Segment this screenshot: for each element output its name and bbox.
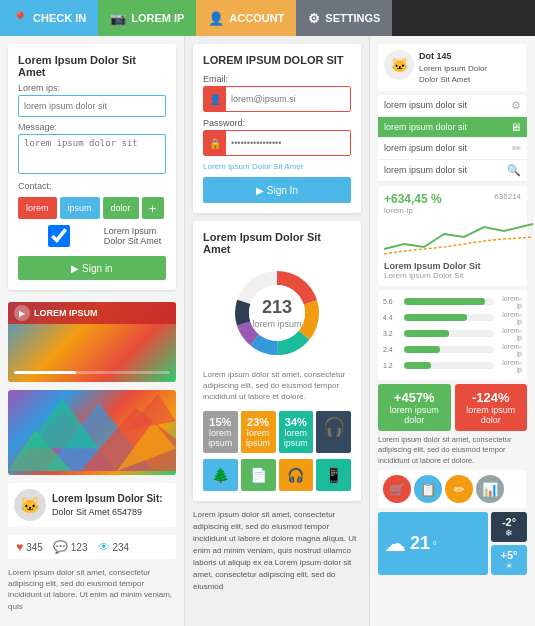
icon-btn-pencil[interactable]: ✏ xyxy=(445,475,473,503)
nav-checkin-label: CHECK IN xyxy=(33,12,86,24)
stats-val-0: +457% xyxy=(383,390,446,405)
list-item-0[interactable]: lorem ipsum dolor sit ⚙ xyxy=(378,95,527,117)
weather-cold: -2° ❄ xyxy=(491,512,527,542)
icon-box-tree[interactable]: 🌲 xyxy=(203,459,238,491)
loremip-icon: 📷 xyxy=(110,11,126,26)
login-card: LOREM IPSUM DOLOR SIT Email: 👤 Password:… xyxy=(193,44,361,213)
list-item-icon-1: 🖥 xyxy=(510,121,521,133)
donut-chart: 213 lorem ipsum xyxy=(227,263,327,363)
donut-label: lorem ipsum xyxy=(252,319,301,329)
play-button[interactable]: ▶ xyxy=(14,305,30,321)
account-icon: 👤 xyxy=(208,11,224,26)
btn-plus[interactable]: + xyxy=(142,197,164,219)
profile-name: Lorem Ipsum Dolor Sit: xyxy=(52,493,163,504)
icon-box-doc[interactable]: 📄 xyxy=(241,459,276,491)
nav-account[interactable]: 👤 ACCOUNT xyxy=(196,0,296,36)
email-label: Email: xyxy=(203,74,351,84)
settings-icon: ⚙ xyxy=(308,11,320,26)
checkbox-label: Lorem Ipsum Dolor Sit Amet xyxy=(104,226,166,246)
email-input[interactable] xyxy=(226,87,350,111)
stat-label-3: lorem ipsum xyxy=(284,428,308,448)
nav-settings[interactable]: ⚙ SETTINGS xyxy=(296,0,392,36)
message-input[interactable] xyxy=(18,134,166,174)
stat-label-1: lorem ipsum xyxy=(208,428,232,448)
comment-icon: 💬 xyxy=(53,540,68,554)
bar-row-0: 5.6 lorem-ip xyxy=(383,295,522,309)
profile-row: 🐱 Lorem Ipsum Dolor Sit: Dolor Sit Amet … xyxy=(8,483,176,527)
bar-val-2: lorem-ip xyxy=(497,327,522,341)
stat-box-orange: 23% lorem ipsum xyxy=(241,411,276,453)
list-item-1[interactable]: lorem ipsum dolor sit 🖥 xyxy=(378,117,527,138)
bar-label-0: 5.6 xyxy=(383,298,401,305)
btn-lorem[interactable]: lorem xyxy=(18,197,57,219)
weather-warm: +5° ☀ xyxy=(491,545,527,575)
bar-row-1: 4.4 lorem-ip xyxy=(383,311,522,325)
btn-row: lorem ipsum dolor + xyxy=(18,197,166,219)
chart-title: Lorem Ipsum Dolor Sit xyxy=(384,261,521,271)
donut-number: 213 xyxy=(252,297,301,318)
stat-box-dark: 🎧 xyxy=(316,411,351,453)
icon-row: 🌲 📄 🎧 📱 xyxy=(203,459,351,491)
signin-button[interactable]: ▶ Sign in xyxy=(18,256,166,280)
bar-val-0: lorem-ip xyxy=(497,295,522,309)
profile-text: Lorem Ipsum Dolor Sit: Dolor Sit Amet 65… xyxy=(52,492,163,519)
list-item-2[interactable]: lorem ipsum dolor sit ✏ xyxy=(378,138,527,160)
stats-pair: +457% lorem ipsum dolor -124% lorem ipsu… xyxy=(378,384,527,431)
bar-chart-section: 5.6 lorem-ip 4.4 lorem-ip 3.2 lorem-ip 2… xyxy=(378,290,527,380)
chart-card: +634,45 % lorem-ip 636214 Lorem Ipsum Do… xyxy=(378,186,527,286)
icon-box-headphones[interactable]: 🎧 xyxy=(279,459,314,491)
bar-val-1: lorem-ip xyxy=(497,311,522,325)
checkbox[interactable] xyxy=(18,225,100,247)
checkbox-row: Lorem Ipsum Dolor Sit Amet xyxy=(18,225,166,247)
icon-btn-clipboard[interactable]: 📋 xyxy=(414,475,442,503)
icon-box-phone[interactable]: 📱 xyxy=(316,459,351,491)
chart-pct: +634,45 % xyxy=(384,192,442,206)
main-layout: Lorem Ipsum Dolor Sit Amet Lorem ips: Me… xyxy=(0,36,535,626)
views-stat: 👁 234 xyxy=(98,540,130,554)
comments-stat: 💬 123 xyxy=(53,540,88,554)
donut-card: Lorem Ipsum Dolor Sit Amet xyxy=(193,221,361,501)
hearts-count: 345 xyxy=(26,542,43,553)
bar-label-1: 4.4 xyxy=(383,314,401,321)
btn-ipsum[interactable]: ipsum xyxy=(60,197,100,219)
bar-track-0 xyxy=(404,298,494,305)
password-input[interactable] xyxy=(226,131,350,155)
message-label: Message: xyxy=(18,122,166,132)
video-overlay: ▶ LOREM IPSUM xyxy=(8,302,176,324)
nav-loremip[interactable]: 📷 LOREM IP xyxy=(98,0,196,36)
icon-btn-cart[interactable]: 🛒 xyxy=(383,475,411,503)
chart-sub-title: Lorem Ipsum Dolor Sit xyxy=(384,271,521,280)
list-item-icon-3: 🔍 xyxy=(507,164,521,177)
video-card[interactable]: ▶ LOREM IPSUM xyxy=(8,302,176,382)
nav-account-label: ACCOUNT xyxy=(229,12,284,24)
bar-label-2: 3.2 xyxy=(383,330,401,337)
weather-main: ☁ 21 ° xyxy=(378,512,488,575)
list-item-3[interactable]: lorem ipsum dolor sit 🔍 xyxy=(378,160,527,182)
bar-label-3: 2.4 xyxy=(383,346,401,353)
lorem-input[interactable] xyxy=(18,95,166,117)
login-signin-button[interactable]: ▶ Sign In xyxy=(203,177,351,203)
top-profile-avatar: 🐱 xyxy=(384,50,414,80)
bar-track-1 xyxy=(404,314,494,321)
weather-deg: ° xyxy=(433,540,437,551)
bar-track-4 xyxy=(404,362,494,369)
lorem-paragraph: Lorem ipsum dolor sit amet, consectetur … xyxy=(193,509,361,593)
top-profile-line2: Dolor Sit Amet xyxy=(419,75,470,84)
email-wrap: 👤 xyxy=(203,86,351,112)
video-progress[interactable] xyxy=(14,371,170,374)
list-card: lorem ipsum dolor sit ⚙ lorem ipsum dolo… xyxy=(378,95,527,182)
bar-track-3 xyxy=(404,346,494,353)
lock-icon: 🔒 xyxy=(204,131,226,155)
forgot-link[interactable]: Lorem Ipsum Dolor Sit Amet xyxy=(203,162,351,171)
btn-dolor[interactable]: dolor xyxy=(103,197,139,219)
top-profile-line1: Lorem Ipsum Dolor xyxy=(419,64,487,73)
icon-btn-chart[interactable]: 📊 xyxy=(476,475,504,503)
right-lorem-desc: Lorem ipsum dolor sit amet, consectetur … xyxy=(378,435,527,467)
hearts-stat: ♥ 345 xyxy=(16,540,43,554)
stats-val-1: -124% xyxy=(460,390,523,405)
stat-box-gray: 15% lorem ipsum xyxy=(203,411,238,453)
nav-loremip-label: LOREM IP xyxy=(131,12,184,24)
nav-checkin[interactable]: 📍 CHECK IN xyxy=(0,0,98,36)
stats-box-red: -124% lorem ipsum dolor xyxy=(455,384,528,431)
stat-pct-1: 15% xyxy=(207,416,234,428)
